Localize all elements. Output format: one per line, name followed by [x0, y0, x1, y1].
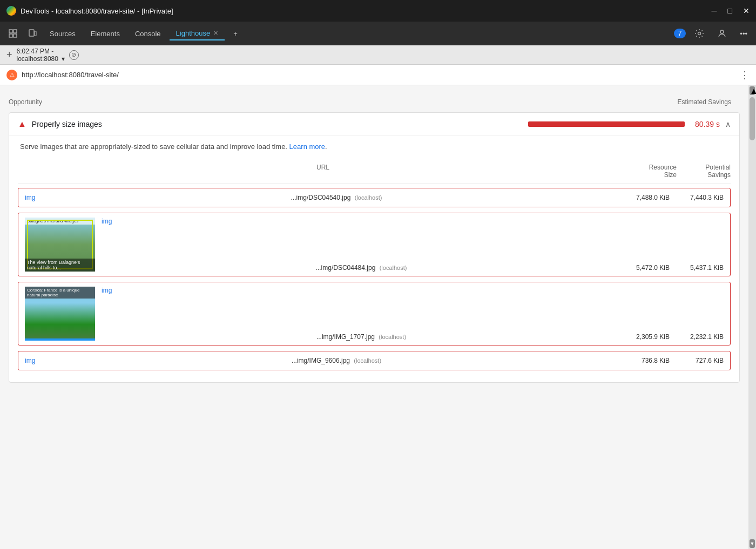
- table-column-headers: Opportunity Estimated Savings: [9, 94, 740, 110]
- row-content: img ...img/DSC04484.jpg (localhost) 5,47…: [102, 218, 724, 272]
- tab-lighthouse[interactable]: Lighthouse ✕: [170, 27, 225, 40]
- warning-icon: ▲: [18, 119, 26, 129]
- learn-more-link[interactable]: Learn more: [289, 143, 325, 151]
- main-content: Opportunity Estimated Savings ▲ Properly…: [0, 85, 756, 549]
- audit-chevron-icon[interactable]: ∧: [725, 120, 731, 128]
- row-label[interactable]: img: [25, 357, 52, 364]
- audit-card: ▲ Properly size images 80.39 s ∧ Serve i…: [9, 112, 740, 383]
- svg-point-7: [720, 30, 724, 33]
- tab-sources-label: Sources: [50, 30, 76, 38]
- close-button[interactable]: ✕: [743, 6, 750, 15]
- audit-savings-value: 80.39 s: [690, 120, 720, 128]
- row-label[interactable]: img: [102, 218, 129, 225]
- tab-close-icon[interactable]: ✕: [213, 30, 218, 37]
- tab-console[interactable]: Console: [129, 28, 167, 40]
- estimated-savings-label: Estimated Savings: [678, 98, 731, 106]
- thumb-title: Corsica: France is a unique natural para…: [25, 287, 95, 299]
- row-resource-size: 736.8 KiB: [621, 357, 670, 364]
- row-resource-size: 2,305.9 KiB: [621, 333, 670, 341]
- row-potential-savings: 7,440.3 KiB: [670, 194, 724, 201]
- address-dropdown[interactable]: ▾: [62, 55, 65, 63]
- profile-button[interactable]: [713, 26, 731, 40]
- minimize-button[interactable]: ─: [712, 6, 717, 15]
- row-potential-savings: 5,437.1 KiB: [670, 264, 724, 272]
- window-title: DevTools - localhost:8080/travel-site/ -…: [21, 7, 173, 15]
- settings-button[interactable]: [690, 26, 708, 40]
- col-header-resource: ResourceSize: [628, 164, 677, 179]
- table-row: img ...img/DSC04540.jpg (localhost) 7,48…: [18, 188, 731, 207]
- table-row: Balagne's hills and villages The view fr…: [18, 213, 731, 276]
- thumbnail-image: Balagne's hills and villages The view fr…: [25, 218, 95, 272]
- scroll-down-arrow[interactable]: ▼: [750, 539, 755, 548]
- scroll-up-arrow[interactable]: ▲: [750, 86, 755, 95]
- thumbnail-image: Corsica: France is a unique natural para…: [25, 287, 95, 341]
- audit-table: URL ResourceSize PotentialSavings img ..…: [9, 159, 739, 382]
- audit-title: Properly size images: [32, 120, 523, 128]
- maximize-button[interactable]: □: [728, 6, 732, 15]
- table-row: Corsica: France is a unique natural para…: [18, 282, 731, 345]
- svg-rect-2: [14, 30, 17, 33]
- row-expanded: Corsica: France is a unique natural para…: [18, 282, 730, 345]
- row-simple: img ...img/DSC04540.jpg (localhost) 7,48…: [18, 188, 730, 207]
- url-display[interactable]: http://localhost:8080/travel-site/: [22, 71, 735, 79]
- row-label[interactable]: img: [102, 287, 129, 294]
- svg-rect-4: [29, 30, 34, 36]
- tab-sources[interactable]: Sources: [43, 28, 82, 40]
- row-source: (localhost): [354, 357, 381, 364]
- tab-elements-label: Elements: [91, 30, 120, 38]
- audit-savings-bar: [528, 121, 685, 127]
- row-resource-size: 5,472.0 KiB: [621, 264, 670, 272]
- timestamp: 6:02:47 PM - localhost:8080 ▾: [17, 48, 65, 63]
- row-bottom: ...img/IMG_1707.jpg (localhost) 2,305.9 …: [102, 329, 724, 341]
- row-content: img ...img/IMG_1707.jpg (localhost) 2,30…: [102, 287, 724, 341]
- row-top: img: [102, 218, 724, 225]
- row-source: (localhost): [355, 194, 382, 201]
- thumb-caption: The view from Balagne's natural hills to…: [25, 259, 95, 272]
- stop-button[interactable]: ⊘: [69, 50, 79, 60]
- svg-rect-3: [9, 34, 12, 37]
- row-label[interactable]: img: [25, 194, 52, 201]
- url-more-button[interactable]: ⋮: [740, 69, 750, 81]
- device-mode-button[interactable]: [24, 27, 41, 40]
- row-url: ...img/IMG_1707.jpg (localhost): [102, 333, 621, 341]
- row-simple: img ...img/IMG_9606.jpg (localhost) 736.…: [18, 351, 730, 370]
- opportunity-label: Opportunity: [9, 98, 42, 106]
- row-top: img: [102, 287, 724, 294]
- thumb-bar: [25, 338, 95, 341]
- tab-console-label: Console: [135, 30, 161, 38]
- row-source: (localhost): [380, 265, 407, 271]
- audit-header[interactable]: ▲ Properly size images 80.39 s ∧: [9, 113, 739, 135]
- row-resource-size: 7,488.0 KiB: [621, 194, 670, 201]
- col-header-url: URL: [18, 164, 628, 179]
- toolbar-right: 7 •••: [674, 26, 752, 40]
- scrollbar[interactable]: ▲ ▼: [748, 85, 756, 549]
- row-url: ...img/IMG_9606.jpg (localhost): [52, 357, 621, 364]
- thumbnail: Balagne's hills and villages The view fr…: [25, 218, 95, 272]
- security-icon: ⚠: [6, 70, 17, 80]
- title-bar: DevTools - localhost:8080/travel-site/ -…: [0, 0, 756, 22]
- row-url: ...img/DSC04484.jpg (localhost): [102, 264, 621, 272]
- url-bar: ⚠ http://localhost:8080/travel-site/ ⋮: [0, 65, 756, 85]
- notification-badge[interactable]: 7: [674, 29, 686, 38]
- table-row: img ...img/IMG_9606.jpg (localhost) 736.…: [18, 351, 731, 370]
- tab-add[interactable]: +: [227, 28, 244, 40]
- tab-lighthouse-label: Lighthouse: [176, 29, 211, 37]
- thumbnail: Corsica: France is a unique natural para…: [25, 287, 95, 341]
- scroll-thumb[interactable]: [750, 97, 755, 140]
- window-controls[interactable]: ─ □ ✕: [712, 6, 750, 15]
- svg-point-6: [698, 32, 701, 35]
- svg-rect-0: [9, 30, 12, 33]
- svg-rect-1: [14, 34, 17, 37]
- row-potential-savings: 2,232.1 KiB: [670, 333, 724, 341]
- row-source: (localhost): [379, 334, 406, 340]
- col-header-savings: PotentialSavings: [677, 164, 731, 179]
- add-button[interactable]: +: [6, 49, 12, 60]
- tab-elements[interactable]: Elements: [84, 28, 126, 40]
- more-button[interactable]: •••: [735, 28, 752, 40]
- row-potential-savings: 727.6 KiB: [670, 357, 724, 364]
- row-expanded: Balagne's hills and villages The view fr…: [18, 213, 730, 276]
- audit-description: Serve images that are appropriately-size…: [9, 135, 739, 159]
- table-header: URL ResourceSize PotentialSavings: [18, 159, 731, 184]
- inspect-element-button[interactable]: [4, 27, 22, 40]
- browser-icon: [6, 6, 16, 16]
